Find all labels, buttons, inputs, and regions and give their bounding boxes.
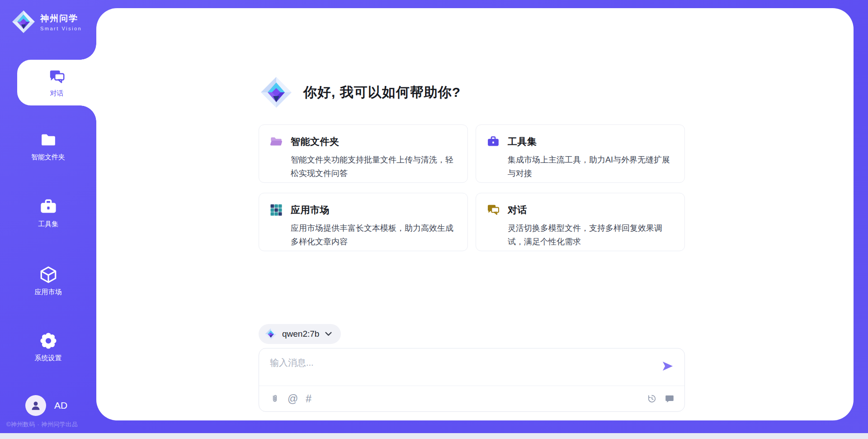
card-description: 应用市场提供丰富长文本模板，助力高效生成多样化文章内容 (291, 221, 457, 248)
sidebar-item-label: 应用市场 (35, 288, 62, 296)
briefcase-icon (486, 135, 500, 148)
brand-logo-icon (11, 9, 36, 34)
chevron-down-icon (325, 332, 332, 336)
copyright: ©神州数码 · 神州问学出品 (6, 420, 78, 429)
feature-cards: 智能文件夹 智能文件夹功能支持批量文件上传与清洗，轻松实现文件问答 工具集 集 (259, 124, 685, 251)
cube-icon (39, 265, 58, 284)
user-account[interactable]: AD (25, 395, 67, 416)
sidebar-item-smart-folder[interactable]: 智能文件夹 (0, 130, 96, 162)
sidebar-item-label: 对话 (50, 89, 64, 98)
send-button[interactable] (661, 360, 675, 373)
person-icon (30, 400, 42, 411)
card-description: 智能文件夹功能支持批量文件上传与清洗，轻松实现文件问答 (291, 153, 457, 180)
card-smart-folder[interactable]: 智能文件夹 智能文件夹功能支持批量文件上传与清洗，轻松实现文件问答 (259, 124, 468, 183)
model-logo-icon (264, 328, 277, 340)
card-title: 应用市场 (291, 204, 330, 216)
card-title: 工具集 (508, 135, 537, 148)
sidebar-item-label: 智能文件夹 (31, 153, 65, 162)
sidebar-item-settings[interactable]: 系统设置 (0, 331, 96, 363)
app-root: 神州问学 Smart Vision 对话 智能文件夹 (0, 0, 868, 439)
brand-subtitle: Smart Vision (40, 26, 82, 31)
card-app-market[interactable]: 应用市场 应用市场提供丰富长文本模板，助力高效生成多样化文章内容 (259, 193, 468, 251)
brand-text: 神州问学 Smart Vision (40, 13, 82, 31)
sidebar-item-label: 工具集 (38, 220, 58, 229)
toolbox-icon (39, 197, 58, 216)
card-chat[interactable]: 对话 灵活切换多模型文件，支持多样回复效果调试，满足个性化需求 (476, 193, 685, 251)
hashtag-icon[interactable]: # (306, 394, 311, 404)
gear-icon (39, 331, 58, 350)
folder-open-icon (269, 135, 283, 148)
brand-name: 神州问学 (40, 13, 82, 24)
card-toolbox[interactable]: 工具集 集成市场上主流工具，助力AI与外界无缝扩展与对接 (476, 124, 685, 183)
folder-icon (39, 130, 58, 149)
sidebar-item-app-market[interactable]: 应用市场 (0, 265, 96, 296)
mention-icon[interactable]: @ (288, 394, 298, 404)
model-selector[interactable]: qwen2:7b (259, 324, 341, 344)
model-name: qwen2:7b (282, 329, 319, 339)
send-icon (661, 360, 674, 372)
greeting: 你好, 我可以如何帮助你? (259, 75, 461, 110)
grid-icon (269, 203, 283, 217)
card-description: 集成市场上主流工具，助力AI与外界无缝扩展与对接 (508, 153, 674, 180)
history-icon[interactable] (647, 394, 657, 404)
card-title: 智能文件夹 (291, 135, 340, 148)
user-initials: AD (54, 400, 67, 411)
main-panel: 你好, 我可以如何帮助你? 智能文件夹 智能文件夹功能支持批量文件上传与清洗，轻… (96, 8, 854, 420)
composer-toolbar: @ # (270, 386, 675, 411)
card-title: 对话 (508, 204, 527, 216)
message-input[interactable] (270, 357, 632, 383)
avatar (25, 395, 46, 416)
sidebar-item-toolbox[interactable]: 工具集 (0, 197, 96, 229)
chat-icon (47, 67, 66, 86)
sidebar-item-label: 系统设置 (35, 354, 62, 363)
attachment-icon[interactable] (270, 394, 280, 404)
greeting-title: 你好, 我可以如何帮助你? (303, 83, 461, 102)
chat-bubble-icon[interactable] (665, 394, 675, 404)
assistant-logo-icon (259, 75, 293, 110)
horizontal-scrollbar[interactable] (0, 433, 868, 439)
card-description: 灵活切换多模型文件，支持多样回复效果调试，满足个性化需求 (508, 221, 674, 248)
message-composer: @ # (259, 348, 685, 412)
sidebar-item-chat[interactable]: 对话 (17, 60, 96, 105)
chat-bubbles-icon (486, 203, 500, 217)
sidebar: 神州问学 Smart Vision 对话 智能文件夹 (0, 0, 96, 439)
brand: 神州问学 Smart Vision (11, 9, 82, 34)
